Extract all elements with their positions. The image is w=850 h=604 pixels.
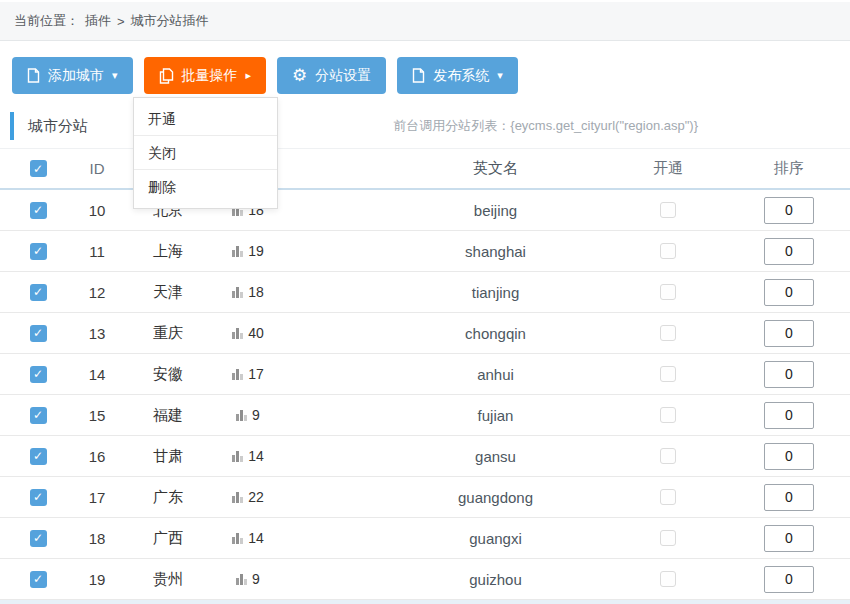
row-id: 19 xyxy=(76,571,118,588)
breadcrumb-label: 当前位置： xyxy=(14,12,79,30)
row-sort-input[interactable] xyxy=(764,238,814,265)
row-english-name: chongqin xyxy=(278,325,608,342)
row-id: 16 xyxy=(76,448,118,465)
subsite-settings-button[interactable]: ⚙ 分站设置 xyxy=(277,57,386,94)
bar-chart-icon xyxy=(236,574,247,585)
row-select-checkbox[interactable]: ✓ xyxy=(30,530,47,547)
chevron-down-icon: ▾ xyxy=(112,70,118,81)
row-city-name: 广东 xyxy=(118,488,218,507)
call-code-hint: 前台调用分站列表：{eycms.get_cityurl("region.asp"… xyxy=(393,117,698,135)
table-row: ✓ 16 甘肃 14 gansu xyxy=(0,436,850,477)
table-row: ✓ 19 贵州 9 guizhou xyxy=(0,559,850,600)
row-sort-input[interactable] xyxy=(764,443,814,470)
batch-operation-label: 批量操作 xyxy=(182,67,238,85)
row-open-checkbox[interactable] xyxy=(660,325,676,341)
row-city-name: 上海 xyxy=(118,242,218,261)
bar-chart-icon xyxy=(232,533,243,544)
row-select-checkbox[interactable]: ✓ xyxy=(30,284,47,301)
row-sort-input[interactable] xyxy=(764,197,814,224)
row-city-name: 福建 xyxy=(118,406,218,425)
row-city-name: 安徽 xyxy=(118,365,218,384)
bar-chart-icon xyxy=(232,451,243,462)
row-open-checkbox[interactable] xyxy=(660,202,676,218)
row-sort-input[interactable] xyxy=(764,361,814,388)
city-subsite-plugin-page: 当前位置： 插件 > 城市分站插件 添加城市 ▾ 批量操作 ▸ ⚙ 分站设置 xyxy=(0,0,850,604)
file-icon xyxy=(412,68,425,83)
row-sort-input[interactable] xyxy=(764,566,814,593)
row-select-checkbox[interactable]: ✓ xyxy=(30,571,47,588)
row-visit-count: 22 xyxy=(218,489,278,505)
row-sort-input[interactable] xyxy=(764,525,814,552)
table-row: ✓ 13 重庆 40 chongqin xyxy=(0,313,850,354)
row-visit-count: 18 xyxy=(218,284,278,300)
row-visit-count: 14 xyxy=(218,530,278,546)
breadcrumb-link-plugins[interactable]: 插件 xyxy=(85,12,111,30)
row-english-name: anhui xyxy=(278,366,608,383)
row-select-checkbox[interactable]: ✓ xyxy=(30,366,47,383)
publish-system-button[interactable]: 发布系统 ▾ xyxy=(397,57,518,94)
row-select-checkbox[interactable]: ✓ xyxy=(30,407,47,424)
row-count-value: 22 xyxy=(248,489,264,505)
section-title: 城市分站 xyxy=(28,117,88,136)
row-open-checkbox[interactable] xyxy=(660,571,676,587)
bar-chart-icon xyxy=(232,246,243,257)
header-id: ID xyxy=(76,160,118,177)
add-city-button[interactable]: 添加城市 ▾ xyxy=(12,57,133,94)
row-open-checkbox[interactable] xyxy=(660,489,676,505)
row-city-name: 天津 xyxy=(118,283,218,302)
section-bar: 城市分站 前台调用分站列表：{eycms.get_cityurl("region… xyxy=(0,104,850,149)
batch-operation-button[interactable]: 批量操作 ▸ xyxy=(144,57,267,94)
row-count-value: 17 xyxy=(248,366,264,382)
row-english-name: tianjing xyxy=(278,284,608,301)
table-body: ✓ 10 北京 18 beijing ✓ 11 上海 19 shanghai xyxy=(0,190,850,600)
chevron-down-icon: ▾ xyxy=(497,70,503,81)
row-sort-input[interactable] xyxy=(764,402,814,429)
row-city-name: 重庆 xyxy=(118,324,218,343)
row-id: 11 xyxy=(76,243,118,260)
menu-item-close[interactable]: 关闭 xyxy=(134,136,277,170)
row-sort-input[interactable] xyxy=(764,320,814,347)
bar-chart-icon xyxy=(236,410,247,421)
row-id: 17 xyxy=(76,489,118,506)
toolbar: 添加城市 ▾ 批量操作 ▸ ⚙ 分站设置 发布系统 ▾ xyxy=(0,41,850,94)
row-open-checkbox[interactable] xyxy=(660,284,676,300)
bar-chart-icon xyxy=(232,287,243,298)
batch-operation-menu: 开通 关闭 删除 xyxy=(133,97,278,209)
row-count-value: 18 xyxy=(248,284,264,300)
section-marker xyxy=(10,112,14,140)
row-select-checkbox[interactable]: ✓ xyxy=(30,202,47,219)
row-open-checkbox[interactable] xyxy=(660,530,676,546)
gear-icon: ⚙ xyxy=(292,67,307,84)
row-visit-count: 40 xyxy=(218,325,278,341)
row-sort-input[interactable] xyxy=(764,484,814,511)
bottom-strip xyxy=(0,600,850,604)
row-id: 14 xyxy=(76,366,118,383)
row-select-checkbox[interactable]: ✓ xyxy=(30,325,47,342)
copy-icon xyxy=(159,68,174,84)
row-city-name: 甘肃 xyxy=(118,447,218,466)
table-row: ✓ 18 广西 14 guangxi xyxy=(0,518,850,559)
table-row: ✓ 15 福建 9 fujian xyxy=(0,395,850,436)
row-english-name: beijing xyxy=(278,202,608,219)
table-header: ✓ ID 英文名 开通 排序 xyxy=(0,149,850,190)
row-select-checkbox[interactable]: ✓ xyxy=(30,448,47,465)
row-count-value: 9 xyxy=(252,571,260,587)
row-id: 15 xyxy=(76,407,118,424)
row-select-checkbox[interactable]: ✓ xyxy=(30,243,47,260)
select-all-checkbox[interactable]: ✓ xyxy=(30,160,47,177)
menu-item-open[interactable]: 开通 xyxy=(134,102,277,136)
row-open-checkbox[interactable] xyxy=(660,448,676,464)
menu-item-delete[interactable]: 删除 xyxy=(134,170,277,204)
table-row: ✓ 14 安徽 17 anhui xyxy=(0,354,850,395)
row-open-checkbox[interactable] xyxy=(660,243,676,259)
row-id: 10 xyxy=(76,202,118,219)
row-sort-input[interactable] xyxy=(764,279,814,306)
row-open-checkbox[interactable] xyxy=(660,366,676,382)
row-visit-count: 17 xyxy=(218,366,278,382)
row-count-value: 14 xyxy=(248,448,264,464)
breadcrumb-current: 城市分站插件 xyxy=(131,12,209,30)
row-select-checkbox[interactable]: ✓ xyxy=(30,489,47,506)
row-english-name: guizhou xyxy=(278,571,608,588)
row-count-value: 9 xyxy=(252,407,260,423)
row-open-checkbox[interactable] xyxy=(660,407,676,423)
